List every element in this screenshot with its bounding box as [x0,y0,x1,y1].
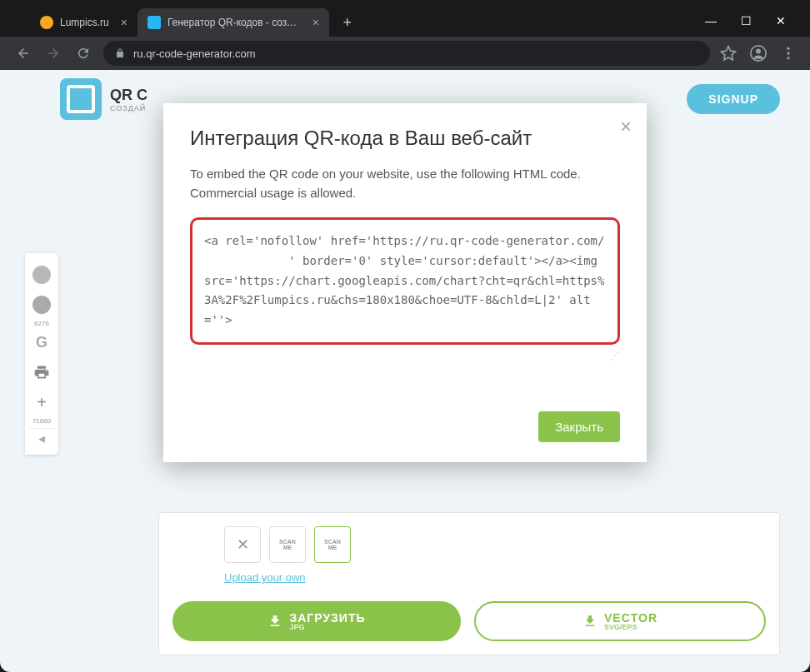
svg-point-2 [787,47,789,50]
profile-icon[interactable] [750,45,767,62]
modal-title: Интеграция QR-кода в Ваш веб-сайт [190,127,620,150]
new-tab-button[interactable]: + [336,11,359,34]
minimize-button[interactable]: — [705,15,717,27]
window-controls: — ☐ ✕ [705,15,787,27]
svg-point-1 [756,49,761,54]
close-button[interactable]: Закрыть [538,411,620,442]
back-button[interactable] [13,43,33,63]
address-bar: ru.qr-code-generator.com [0,37,810,70]
modal-overlay: × Интеграция QR-кода в Ваш веб-сайт To e… [0,70,810,672]
maximize-button[interactable]: ☐ [740,15,752,27]
resize-handle[interactable]: ⋰ [190,350,620,361]
tab-title: Генератор QR-кодов - создавай [168,17,301,28]
lock-icon [115,48,125,58]
tab-lumpics[interactable]: Lumpics.ru × [30,8,138,37]
page-content: QR С СОЗДАЙ SIGNUP 6276 G + 71660 ◂ ✕ SC… [0,70,810,672]
bookmark-icon[interactable] [720,45,737,62]
favicon-icon [40,16,53,29]
tab-close-icon[interactable]: × [121,16,128,29]
modal-description: To embed the QR code on your website, us… [190,165,620,202]
favicon-icon [148,16,161,29]
forward-button[interactable] [43,43,63,63]
tab-close-icon[interactable]: × [312,16,319,29]
tab-title: Lumpics.ru [60,17,109,28]
tab-bar: Lumpics.ru × Генератор QR-кодов - создав… [0,0,810,37]
modal-close-button[interactable]: × [620,115,632,138]
tab-qr-generator[interactable]: Генератор QR-кодов - создавай × [138,8,329,37]
svg-point-4 [787,57,789,59]
embed-code-textarea[interactable]: <a rel='nofollow' href='https://ru.qr-co… [190,217,620,345]
menu-icon[interactable] [780,45,797,62]
address-input[interactable]: ru.qr-code-generator.com [103,41,710,66]
svg-point-3 [787,52,789,54]
url-text: ru.qr-code-generator.com [133,47,256,60]
embed-modal: × Интеграция QR-кода в Ваш веб-сайт To e… [163,103,647,462]
close-window-button[interactable]: ✕ [775,15,787,27]
reload-button[interactable] [73,43,93,63]
